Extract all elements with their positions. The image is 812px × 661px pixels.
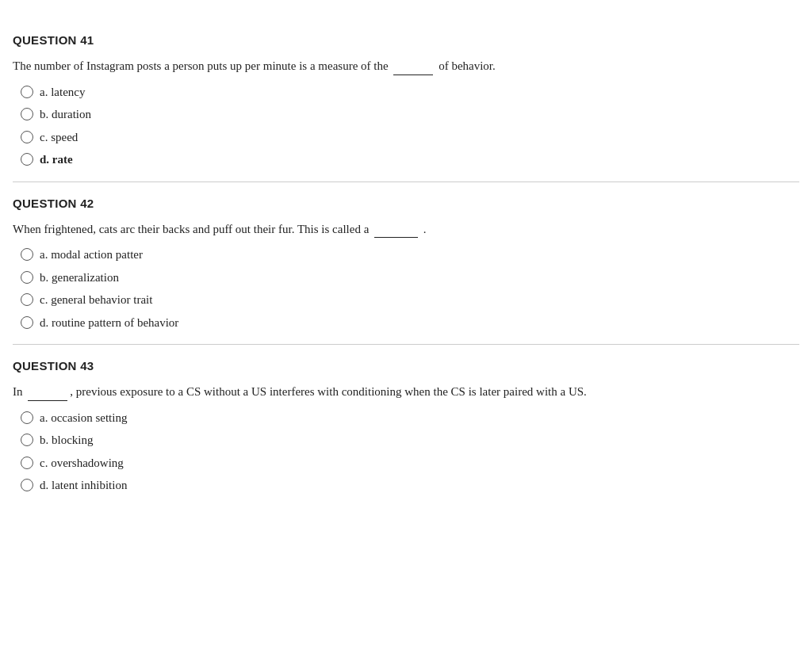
option-label-2-1: a. modal action patter: [40, 246, 143, 264]
option-label-1-4: d. rate: [40, 151, 73, 169]
question-title-1: QUESTION 41: [13, 33, 799, 47]
option-item-3-1[interactable]: a. occasion setting: [21, 409, 799, 427]
question-blank-1: [393, 56, 433, 75]
radio-icon-2-2: [21, 271, 33, 284]
option-label-3-3: c. overshadowing: [40, 454, 124, 472]
page: QUESTION 41The number of Instagram posts…: [0, 0, 812, 526]
question-blank-3: [28, 382, 67, 401]
option-label-3-4: d. latent inhibition: [40, 476, 127, 495]
option-label-3-2: b. blocking: [40, 431, 94, 449]
question-block-2: QUESTION 42When frightened, cats arc the…: [13, 182, 799, 346]
option-label-1-2: b. duration: [40, 105, 91, 124]
option-item-2-2[interactable]: b. generalization: [21, 269, 799, 287]
option-item-1-1[interactable]: a. latency: [21, 83, 799, 101]
option-item-2-3[interactable]: c. general behavior trait: [21, 291, 799, 309]
radio-icon-3-2: [21, 434, 33, 446]
radio-icon-1-3: [21, 131, 33, 143]
radio-icon-3-3: [21, 457, 33, 469]
question-title-2: QUESTION 42: [13, 197, 799, 210]
question-title-3: QUESTION 43: [13, 359, 799, 373]
option-label-3-1: a. occasion setting: [40, 409, 127, 427]
radio-icon-2-1: [21, 248, 33, 261]
radio-icon-3-1: [21, 411, 33, 424]
question-text-2: When frightened, cats arc their backs an…: [13, 220, 799, 239]
option-item-1-4[interactable]: d. rate: [21, 151, 799, 169]
radio-icon-1-2: [21, 108, 33, 120]
option-label-2-4: d. routine pattern of behavior: [40, 314, 178, 332]
radio-icon-2-3: [21, 293, 33, 306]
option-item-1-3[interactable]: c. speed: [21, 128, 799, 147]
option-item-1-2[interactable]: b. duration: [21, 105, 799, 124]
option-label-1-1: a. latency: [40, 83, 85, 101]
options-list-3: a. occasion settingb. blockingc. oversha…: [13, 409, 799, 495]
question-block-3: QUESTION 43In , previous exposure to a C…: [13, 345, 799, 507]
option-label-1-3: c. speed: [40, 128, 78, 147]
question-text-3: In , previous exposure to a CS without a…: [13, 382, 799, 401]
option-item-2-1[interactable]: a. modal action patter: [21, 246, 799, 264]
option-item-3-3[interactable]: c. overshadowing: [21, 454, 799, 472]
options-list-2: a. modal action patterb. generalizationc…: [13, 246, 799, 331]
radio-icon-2-4: [21, 316, 33, 329]
radio-icon-1-4: [21, 153, 33, 166]
option-label-2-3: c. general behavior trait: [40, 291, 152, 309]
option-item-2-4[interactable]: d. routine pattern of behavior: [21, 314, 799, 332]
question-blank-2: [374, 220, 418, 239]
question-block-1: QUESTION 41The number of Instagram posts…: [13, 19, 799, 182]
radio-icon-1-1: [21, 86, 33, 98]
question-text-1: The number of Instagram posts a person p…: [13, 56, 799, 75]
option-label-2-2: b. generalization: [40, 269, 119, 287]
radio-icon-3-4: [21, 479, 33, 491]
option-item-3-4[interactable]: d. latent inhibition: [21, 476, 799, 495]
option-item-3-2[interactable]: b. blocking: [21, 431, 799, 449]
options-list-1: a. latencyb. durationc. speedd. rate: [13, 83, 799, 169]
